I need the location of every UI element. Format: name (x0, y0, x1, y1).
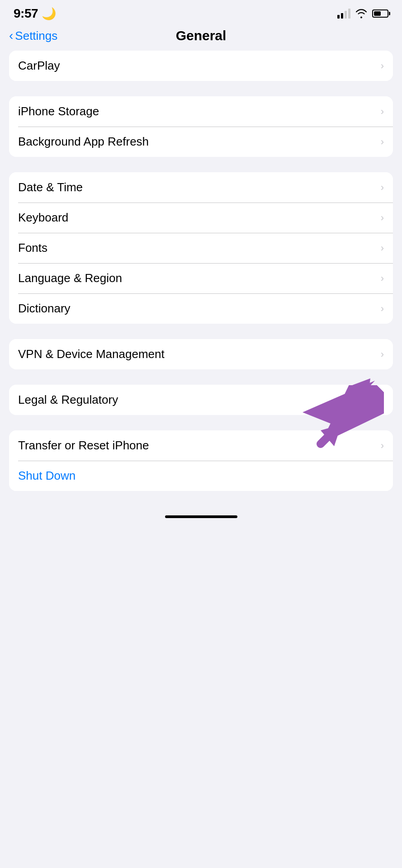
vpn-device-management-row[interactable]: VPN & Device Management › (9, 339, 393, 369)
fonts-row[interactable]: Fonts › (9, 233, 393, 263)
language-region-chevron-icon: › (381, 273, 384, 284)
back-label: Settings (15, 29, 57, 43)
dictionary-row[interactable]: Dictionary › (9, 293, 393, 324)
back-chevron-icon: ‹ (9, 29, 13, 42)
status-icons (337, 9, 388, 19)
battery-icon (372, 9, 388, 18)
shut-down-row[interactable]: Shut Down (9, 461, 393, 491)
carplay-group: CarPlay › (9, 51, 393, 81)
status-time: 9:57 (14, 6, 38, 21)
date-time-chevron-icon: › (381, 182, 384, 193)
vpn-group: VPN & Device Management › (9, 339, 393, 369)
keyboard-row[interactable]: Keyboard › (9, 203, 393, 233)
iphone-storage-chevron-icon: › (381, 106, 384, 118)
date-time-row[interactable]: Date & Time › (9, 172, 393, 203)
background-app-refresh-row[interactable]: Background App Refresh › (9, 127, 393, 157)
carplay-card: CarPlay › (9, 51, 393, 81)
keyboard-chevron-icon: › (381, 212, 384, 224)
reset-group: Transfer or Reset iPhone › Shut Down (9, 430, 393, 491)
fonts-chevron-icon: › (381, 242, 384, 254)
transfer-reset-label: Transfer or Reset iPhone (18, 439, 149, 453)
legal-group: Legal & Regulatory › (9, 385, 393, 415)
language-region-label: Language & Region (18, 271, 122, 285)
background-app-refresh-chevron-icon: › (381, 136, 384, 148)
back-button[interactable]: ‹ Settings (9, 29, 57, 43)
moon-icon: 🌙 (42, 7, 56, 21)
legal-regulatory-chevron-icon: › (381, 394, 384, 406)
home-bar (165, 515, 237, 518)
signal-icon (337, 9, 350, 19)
fonts-label: Fonts (18, 241, 47, 255)
nav-bar: ‹ Settings General (0, 24, 402, 51)
transfer-reset-row[interactable]: Transfer or Reset iPhone › (9, 430, 393, 461)
vpn-device-management-chevron-icon: › (381, 349, 384, 360)
settings-content: CarPlay › iPhone Storage › Background Ap… (0, 51, 402, 491)
storage-card: iPhone Storage › Background App Refresh … (9, 96, 393, 157)
date-time-label: Date & Time (18, 180, 83, 194)
iphone-storage-label: iPhone Storage (18, 104, 99, 118)
vpn-card: VPN & Device Management › (9, 339, 393, 369)
status-bar: 9:57 🌙 (0, 0, 402, 24)
language-region-row[interactable]: Language & Region › (9, 263, 393, 293)
legal-regulatory-row[interactable]: Legal & Regulatory › (9, 385, 393, 415)
carplay-chevron-icon: › (381, 60, 384, 72)
datetime-card: Date & Time › Keyboard › Fonts › Languag… (9, 172, 393, 324)
page-title: General (176, 28, 227, 43)
home-indicator (0, 506, 402, 523)
datetime-group: Date & Time › Keyboard › Fonts › Languag… (9, 172, 393, 324)
reset-card: Transfer or Reset iPhone › Shut Down (9, 430, 393, 491)
status-time-area: 9:57 🌙 (14, 6, 56, 21)
carplay-label: CarPlay (18, 59, 60, 73)
dictionary-chevron-icon: › (381, 303, 384, 315)
wifi-icon (355, 9, 368, 19)
background-app-refresh-label: Background App Refresh (18, 135, 149, 149)
vpn-device-management-label: VPN & Device Management (18, 347, 165, 361)
transfer-reset-chevron-icon: › (381, 440, 384, 452)
carplay-row[interactable]: CarPlay › (9, 51, 393, 81)
storage-group: iPhone Storage › Background App Refresh … (9, 96, 393, 157)
legal-regulatory-label: Legal & Regulatory (18, 393, 118, 407)
iphone-storage-row[interactable]: iPhone Storage › (9, 96, 393, 127)
dictionary-label: Dictionary (18, 302, 71, 316)
shut-down-label: Shut Down (18, 469, 76, 483)
keyboard-label: Keyboard (18, 211, 68, 225)
legal-card: Legal & Regulatory › (9, 385, 393, 415)
